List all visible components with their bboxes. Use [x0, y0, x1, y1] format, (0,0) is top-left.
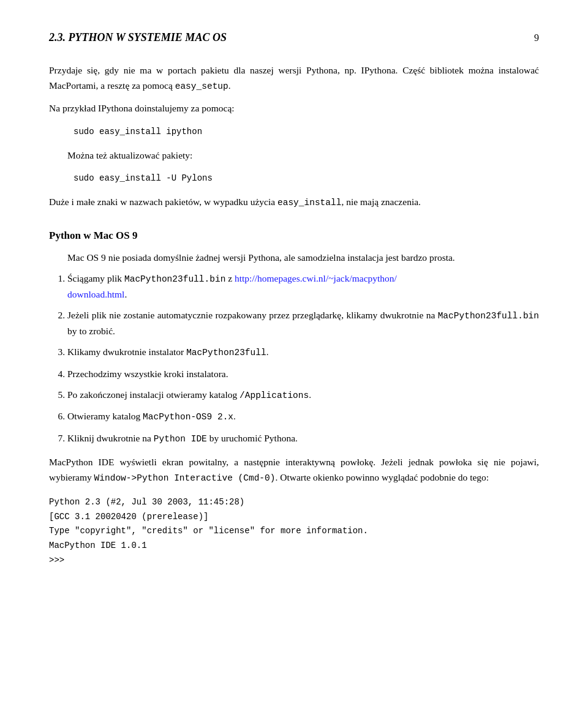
code-macpython-bin-2: MacPython23full.bin [438, 311, 539, 321]
terminal-line-2: [GCC 3.1 20020420 (prerelease)] [49, 510, 539, 525]
page-header: 2.3. PYTHON W SYSTEMIE MAC OS 9 [49, 29, 539, 46]
section-heading-python-mac9: Python w Mac OS 9 [49, 227, 539, 244]
installation-steps: Ściągamy plik MacPython23full.bin z http… [67, 271, 539, 446]
conclusion-paragraph: MacPython IDE wyświetli ekran powitalny,… [49, 455, 539, 485]
terminal-line-4: MacPython IDE 1.0.1 [49, 539, 539, 553]
link-download: download.html [67, 289, 124, 299]
link-homepages[interactable]: http://homepages.cwi.nl/~jack/macpython/… [67, 273, 397, 299]
terminal-output: Python 2.3 (#2, Jul 30 2003, 11:45:28) [… [49, 495, 539, 568]
step-2: Jeżeli plik nie zostanie automatycznie r… [67, 308, 539, 339]
code-macpython-full: MacPython23full [186, 348, 266, 358]
page-number: 9 [534, 31, 539, 45]
paragraph-4: Duże i małe znaki w nazwach pakietów, w … [49, 195, 539, 210]
terminal-line-5: >>> [49, 553, 539, 568]
section-title: 2.3. PYTHON W SYSTEMIE MAC OS [49, 29, 227, 46]
code-easy-install-ref: easy_install [277, 198, 341, 208]
code-block-2: sudo easy_install -U Pylons [74, 171, 539, 186]
code-easy-setup: easy_setup [175, 81, 228, 91]
step-5: Po zakończonej instalacji otwieramy kata… [67, 388, 539, 403]
paragraph-2-intro: Na przykład IPythona doinstalujemy za po… [49, 101, 539, 116]
main-content: Przydaje się, gdy nie ma w portach pakie… [49, 63, 539, 568]
step-6: Otwieramy katalog MacPython-OS9 2.x. [67, 409, 539, 424]
step-7: Kliknij dwukrotnie na Python IDE by uruc… [67, 431, 539, 446]
paragraph-1: Przydaje się, gdy nie ma w portach pakie… [49, 63, 539, 94]
paragraph-3: Można też aktualizować pakiety: [67, 148, 539, 163]
code-python-ide: Python IDE [154, 434, 207, 444]
step-3: Klikamy dwukrotnie instalator MacPython2… [67, 345, 539, 360]
page-container: 2.3. PYTHON W SYSTEMIE MAC OS 9 Przydaje… [0, 0, 588, 610]
code-macpython-bin: MacPython23full.bin [124, 274, 225, 284]
code-macpython-os9: MacPython-OS9 2.x [143, 412, 233, 422]
step-4: Przechodzimy wszystkie kroki instalatora… [67, 367, 539, 382]
terminal-line-1: Python 2.3 (#2, Jul 30 2003, 11:45:28) [49, 495, 539, 510]
code-block-1: sudo easy_install ipython [74, 125, 539, 140]
terminal-line-3: Type "copyright", "credits" or "license"… [49, 524, 539, 539]
code-applications: /Applications [239, 391, 309, 400]
step-1: Ściągamy plik MacPython23full.bin z http… [67, 271, 539, 302]
code-window-interactive: Window->Python Interactive (Cmd-0) [94, 473, 276, 483]
section-intro: Mac OS 9 nie posiada domyślnie żadnej we… [67, 250, 539, 266]
